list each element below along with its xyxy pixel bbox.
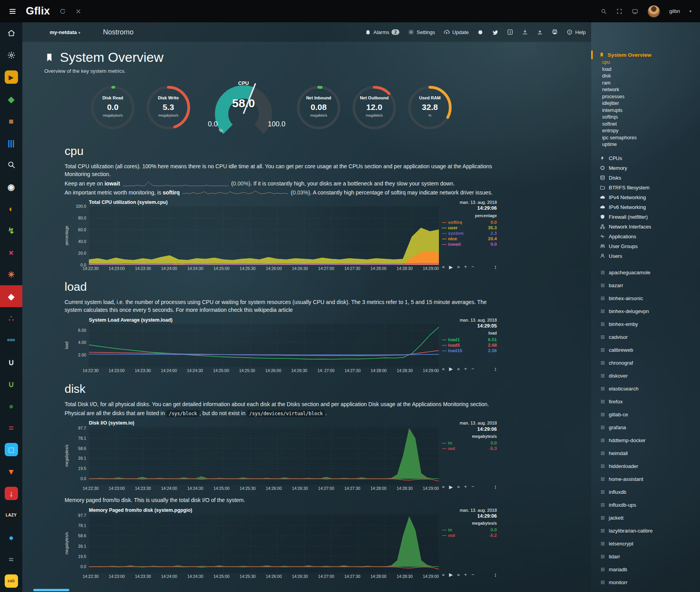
menu-app-lazylibrarian-calibre[interactable]: lazylibrarian-calibre xyxy=(591,524,700,537)
menu-section-ipv4-networking[interactable]: IPv4 Networking xyxy=(591,193,700,202)
menu-sub-softirqs[interactable]: softirqs xyxy=(591,114,700,121)
menu-sub-cpu[interactable]: cpu xyxy=(591,59,700,66)
pan-forward-icon[interactable]: » xyxy=(457,264,460,270)
user-avatar[interactable] xyxy=(648,5,660,18)
menu-app-lidarr[interactable]: lidarr xyxy=(591,550,700,563)
menu-section-applications[interactable]: Applications xyxy=(591,232,700,241)
menu-sub-uptime[interactable]: uptime xyxy=(591,141,700,148)
sidebar-app-dots-red[interactable]: ∴ xyxy=(0,307,22,329)
menu-app-letsencrypt[interactable]: letsencrypt xyxy=(591,537,700,550)
menu-app-cadvisor[interactable]: cadvisor xyxy=(591,331,700,344)
zoom-in-icon[interactable]: + xyxy=(464,572,467,578)
legend-item-in[interactable]: —in0.0 xyxy=(442,440,497,446)
chart-plot-area[interactable] xyxy=(89,514,439,573)
menu-sub-softnet[interactable]: softnet xyxy=(591,121,700,128)
pan-forward-icon[interactable]: » xyxy=(457,366,460,372)
menu-app-firefox[interactable]: firefox xyxy=(591,395,700,408)
sidebar-app-crate[interactable]: ■ xyxy=(0,110,22,132)
sidebar-app-u-white[interactable]: ∪ xyxy=(0,351,22,373)
pan-backward-icon[interactable]: « xyxy=(442,264,445,270)
ndnav-help[interactable]: Help xyxy=(566,29,586,35)
zoom-out-icon[interactable]: − xyxy=(471,484,474,489)
menu-app-diskover[interactable]: diskover xyxy=(591,369,700,382)
menu-sub-entropy[interactable]: entropy xyxy=(591,128,700,135)
pan-forward-icon[interactable]: » xyxy=(457,572,460,578)
ndnav-facebook[interactable] xyxy=(507,29,513,35)
close-icon[interactable] xyxy=(75,8,81,14)
sidebar-app-equalizer[interactable]: ||| xyxy=(0,132,22,154)
sidebar-app-fox[interactable]: ▼ xyxy=(0,461,22,482)
pan-backward-icon[interactable]: « xyxy=(442,366,445,372)
menu-app-binhex-emby[interactable]: binhex-emby xyxy=(591,318,700,331)
menu-app-influxdb-ups[interactable]: influxdb-ups xyxy=(591,498,700,511)
sidebar-app-search-app[interactable] xyxy=(0,154,22,176)
play-icon[interactable]: ▶ xyxy=(449,264,453,270)
menu-section-btrfs-filesystem[interactable]: BTRFS filesystem xyxy=(591,183,700,193)
menu-section-cpus[interactable]: CPUs xyxy=(591,153,700,163)
sidebar-app-bolt-app[interactable]: ↯ xyxy=(0,220,22,241)
pan-forward-icon[interactable]: » xyxy=(457,484,460,489)
legend-item-in[interactable]: —in0.0 xyxy=(442,527,497,533)
menu-section-ipv6-networking[interactable]: IPv6 Networking xyxy=(591,202,700,212)
menu-sub-disk[interactable]: disk xyxy=(591,73,700,80)
gauge-net-outbound[interactable]: Net Outbound 12.0 megabits/s xyxy=(351,85,397,131)
legend-item-nice[interactable]: —nice20.4 xyxy=(442,236,497,241)
gauge-used-ram[interactable]: Used RAM 32.8 % xyxy=(407,85,453,131)
resize-handle-icon[interactable]: ↕ xyxy=(494,484,497,490)
menu-sub-network[interactable]: network xyxy=(591,86,700,94)
zoom-in-icon[interactable]: + xyxy=(464,264,467,270)
menu-app-calibreweb[interactable]: calibreweb xyxy=(591,344,700,356)
pan-backward-icon[interactable]: « xyxy=(442,572,445,578)
menu-app-hddtemp-docker[interactable]: hddtemp-docker xyxy=(591,434,700,447)
legend-item-user[interactable]: —user35.3 xyxy=(442,225,497,230)
resize-handle-icon[interactable]: ↕ xyxy=(494,264,497,270)
menu-section-network-interfaces[interactable]: Network Interfaces xyxy=(591,222,700,232)
menu-app-bazarr[interactable]: bazarr xyxy=(591,279,700,292)
sidebar-app-gem[interactable]: ◆ xyxy=(0,88,22,110)
menu-app-home-assistant[interactable]: home-assistant xyxy=(591,473,700,486)
sidebar-app-ring[interactable]: ◉ xyxy=(0,176,22,198)
menu-section-disks[interactable]: Disks xyxy=(591,173,700,183)
sidebar-app-u-green[interactable]: ∪ xyxy=(0,373,22,395)
menu-sub-ram[interactable]: ram xyxy=(591,80,700,87)
zoom-in-icon[interactable]: + xyxy=(464,484,467,489)
legend-item-load15[interactable]: —load152.06 xyxy=(442,348,497,353)
menu-sub-load[interactable]: load xyxy=(591,66,700,73)
search-icon[interactable] xyxy=(601,8,607,14)
legend-item-load1[interactable]: —load16.51 xyxy=(442,337,497,342)
sidebar-app-drop[interactable]: ● xyxy=(0,526,22,548)
menu-app-heimdall[interactable]: heimdall xyxy=(591,447,700,460)
zoom-out-icon[interactable]: − xyxy=(471,572,474,578)
sidebar-app-home[interactable] xyxy=(0,22,22,44)
sidebar-app-shield-app[interactable]: ◆ xyxy=(0,285,22,307)
ndnav-print[interactable] xyxy=(552,29,558,35)
ndnav-update[interactable]: Update xyxy=(444,29,469,35)
sidebar-app-settings[interactable] xyxy=(0,44,22,66)
sidebar-app-disc-green[interactable]: ● xyxy=(0,395,22,417)
menu-app-influxdb[interactable]: influxdb xyxy=(591,486,700,498)
user-menu-caret-icon[interactable]: ▾ xyxy=(689,9,691,13)
legend-item-out[interactable]: —out-5.2 xyxy=(442,533,497,538)
menu-sub-interrupts[interactable]: interrupts xyxy=(591,107,700,114)
menu-app-apacheguacamole[interactable]: apacheguacamole xyxy=(591,266,700,279)
menu-section-users[interactable]: Users xyxy=(591,251,700,261)
host-selector[interactable]: my-netdata ▾ xyxy=(50,29,80,35)
legend-item-out[interactable]: —out-5.3 xyxy=(442,446,497,451)
play-icon[interactable]: ▶ xyxy=(449,366,453,372)
legend-item-system[interactable]: —system2.3 xyxy=(442,230,497,236)
zoom-out-icon[interactable]: − xyxy=(471,264,474,270)
menu-app-netdata[interactable]: netdata xyxy=(591,589,700,592)
sidebar-app-bars-red[interactable]: = xyxy=(0,417,22,439)
gauge-cpu[interactable]: CPU 58.0 0.0 100.0 % xyxy=(202,80,285,135)
ndnav-settings[interactable]: Settings xyxy=(408,29,435,35)
gauge-disk-write[interactable]: Disk Write 5.3 megabytes/s xyxy=(145,85,191,131)
gauge-net-inbound[interactable]: Net Inbound 0.08 megabits/s xyxy=(296,85,342,131)
legend-item-iowait[interactable]: —iowait0.0 xyxy=(442,241,497,247)
ndnav-import-snapshot[interactable] xyxy=(522,29,528,35)
gauge-disk-read[interactable]: Disk Read 0.0 megabytes/s xyxy=(90,85,136,131)
resize-handle-icon[interactable]: ↕ xyxy=(494,366,497,372)
zoom-in-icon[interactable]: + xyxy=(464,366,467,372)
menu-section-user-groups[interactable]: User Groups xyxy=(591,241,700,251)
sidebar-app-sun-gear[interactable]: ☀ xyxy=(0,263,22,285)
username[interactable]: gilbn xyxy=(669,8,680,14)
